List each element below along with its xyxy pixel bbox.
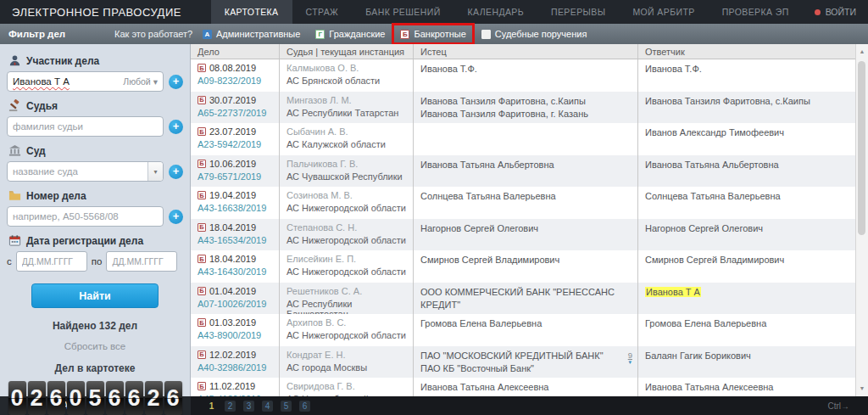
defendant-name: Солнцева Татьяна Валерьевна — [645, 191, 781, 201]
scroll-down-icon[interactable]: ▼ — [856, 383, 868, 395]
case-type-tab[interactable]: Судебные поручения — [474, 24, 595, 44]
nav-item[interactable]: СТРАЖ — [292, 0, 353, 24]
case-date: 01.04.2019 — [209, 286, 256, 296]
page-button[interactable]: 2 — [225, 401, 236, 412]
judge-cell: Архипов В. С.АС Нижегородской области — [280, 314, 414, 346]
table-row[interactable]: Б19.04.2019А43-16638/2019Созинова М. В.А… — [191, 187, 855, 219]
case-date: 12.02.2019 — [209, 350, 256, 360]
case-number-link[interactable]: А09-8232/2019 — [198, 76, 261, 86]
page-button[interactable]: 6 — [299, 401, 310, 412]
add-court-button[interactable]: + — [169, 165, 183, 179]
reset-all-link[interactable]: Сбросить все — [7, 341, 183, 351]
table-row[interactable]: Б11.02.2019А45-4130/2019Свиридова Г. В.А… — [191, 378, 855, 396]
ctrl-hint: Ctrl→ — [827, 401, 849, 411]
case-date-row: Б19.04.2019 — [198, 190, 272, 200]
case-number-link[interactable]: А07-10026/2019 — [198, 299, 266, 309]
court-name: АС города Москвы — [287, 362, 406, 373]
table-row[interactable]: Б12.02.2019А40-32986/2019Кондрат Е. Н.АС… — [191, 346, 855, 379]
nav-item[interactable]: БАНК РЕШЕНИЙ — [352, 0, 453, 24]
table-row[interactable]: Б10.06.2019А79-6571/2019Пальчикова Г. В.… — [191, 155, 855, 188]
case-type-tab-icon — [481, 30, 491, 39]
plaintiff-cell: Громова Елена Валерьевна — [414, 314, 638, 346]
table-row[interactable]: Б18.04.2019А43-16430/2019Елисейкин Е. П.… — [191, 250, 855, 283]
table-row[interactable]: Б08.08.2019А09-8232/2019Калмыкова О. В.А… — [191, 59, 855, 92]
judge-name: Созинова М. В. — [287, 190, 406, 200]
case-type-tab[interactable]: ААдминистративные — [195, 24, 308, 44]
court-dropdown-button[interactable]: ▾ — [147, 162, 163, 181]
case-cell: Б18.04.2019А43-16430/2019 — [191, 250, 280, 283]
case-number-link[interactable]: А40-32986/2019 — [198, 362, 266, 373]
column-header[interactable]: Судья | текущая инстанция — [280, 44, 414, 59]
case-number-link[interactable]: А43-16638/2019 — [198, 203, 266, 213]
date-from-label: с — [7, 256, 12, 266]
case-number-link[interactable]: А43-8900/2019 — [198, 330, 261, 340]
case-date-row: Б01.03.2019 — [198, 317, 272, 328]
page-button[interactable]: 3 — [243, 401, 254, 412]
date-to-input[interactable] — [106, 251, 177, 272]
more-parties-badge[interactable]: 9▾ — [628, 352, 632, 366]
court-name: АС Нижегородской области — [287, 203, 406, 213]
defendant-name: Громова Елена Валерьевна — [645, 318, 766, 328]
case-date: 23.07.2019 — [209, 126, 256, 137]
scroll-up-icon[interactable]: ▲ — [856, 46, 868, 58]
case-date: 19.04.2019 — [209, 190, 256, 200]
counter-digit: 6 — [106, 381, 124, 415]
case-number-link[interactable]: А65-22737/2019 — [198, 108, 266, 118]
calendar-icon — [8, 234, 21, 247]
table-row[interactable]: Б18.04.2019А43-16534/2019Степанова С. Н.… — [191, 219, 855, 251]
counter-digit: 5 — [86, 381, 104, 415]
search-button[interactable]: Найти — [31, 283, 159, 308]
case-number-link[interactable]: А45-4130/2019 — [198, 394, 261, 396]
case-date: 30.07.2019 — [209, 95, 256, 105]
case-number-link[interactable]: А43-16430/2019 — [198, 266, 266, 277]
column-header[interactable]: Ответчик — [638, 44, 868, 59]
table-header: ДелоСудья | текущая инстанцияИстецОтветч… — [191, 44, 868, 59]
counter-digit: 0 — [8, 381, 26, 415]
login-button[interactable]: ВОЙТИ — [803, 0, 868, 24]
judge-name: Сыбачин А. В. — [287, 126, 406, 137]
nav-item[interactable]: ПЕРЕРЫВЫ — [537, 0, 619, 24]
case-number-input[interactable] — [13, 211, 158, 222]
case-type-tab[interactable]: ББанкротные — [392, 24, 473, 44]
help-link[interactable]: Как это работает? — [114, 29, 195, 39]
plaintiff-cell: Иванова Татьяна Алексеевна — [414, 378, 638, 396]
participant-label: Участник дела — [26, 55, 99, 67]
case-date-row: Б01.04.2019 — [198, 286, 272, 296]
case-number-link[interactable]: А43-16534/2019 — [198, 235, 266, 245]
table-row[interactable]: Б30.07.2019А65-22737/2019Мингазов Л. М.А… — [191, 92, 855, 124]
participant-input[interactable]: Иванова Т А Любой ▾ — [7, 71, 164, 92]
date-from-input[interactable] — [16, 251, 87, 272]
plaintiff-cell: Иванова Танзиля Фаритовна, с.КаипыИванов… — [414, 92, 638, 124]
case-number-link[interactable]: А79-6571/2019 — [198, 171, 261, 182]
nav-item[interactable]: КАРТОТЕКА — [211, 0, 292, 24]
judge-name: Мингазов Л. М. — [287, 95, 406, 105]
add-participant-button[interactable]: + — [169, 75, 183, 89]
folder-icon — [8, 189, 21, 202]
judge-name: Свиридова Г. В. — [287, 381, 406, 391]
nav-item[interactable]: КАЛЕНДАРЬ — [454, 0, 537, 24]
case-type-tab[interactable]: ГГражданские — [308, 24, 392, 44]
reg-date-label: Дата регистрации дела — [26, 235, 143, 247]
vertical-scrollbar[interactable]: ▲ ▼ — [855, 44, 868, 396]
bankruptcy-icon: Б — [198, 351, 206, 359]
page-button[interactable]: 4 — [262, 401, 273, 412]
plaintiff-cell: Иванова Т.Ф. — [414, 59, 638, 92]
page-button[interactable]: 1 — [206, 401, 217, 412]
case-number-link[interactable]: А23-5942/2019 — [198, 139, 261, 149]
column-header[interactable]: Истец — [414, 44, 638, 59]
table-row[interactable]: Б01.04.2019А07-10026/2019Решетников С. А… — [191, 283, 855, 315]
table-row[interactable]: Б01.03.2019А43-8900/2019Архипов В. С.АС … — [191, 314, 855, 346]
participant-role-select[interactable]: Любой ▾ — [123, 76, 158, 87]
add-judge-button[interactable]: + — [169, 120, 183, 134]
case-cell: Б01.03.2019А43-8900/2019 — [191, 314, 280, 346]
add-case-number-button[interactable]: + — [169, 210, 183, 224]
court-label: Суд — [26, 145, 46, 157]
nav-item[interactable]: МОЙ АРБИТР — [619, 0, 708, 24]
page-button[interactable]: 5 — [281, 401, 292, 412]
table-row[interactable]: Б23.07.2019А23-5942/2019Сыбачин А. В.АС … — [191, 123, 855, 155]
court-select[interactable]: название суда ▾ — [7, 161, 164, 182]
column-header[interactable]: Дело — [191, 44, 280, 59]
nav-item[interactable]: ПРОВЕРКА ЭП — [709, 0, 803, 24]
scrollbar-thumb[interactable] — [858, 61, 865, 235]
judge-input[interactable] — [13, 121, 158, 132]
